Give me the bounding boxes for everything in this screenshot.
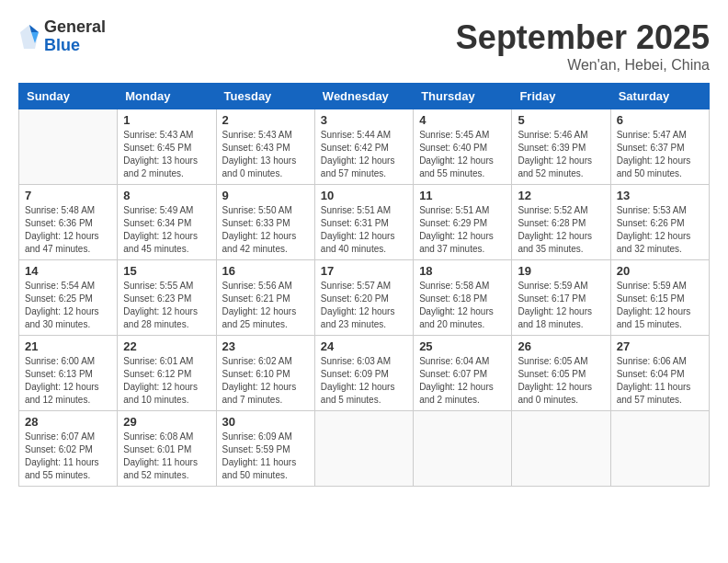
- day-number: 27: [617, 339, 703, 353]
- calendar-cell: 7Sunrise: 5:48 AM Sunset: 6:36 PM Daylig…: [19, 185, 118, 260]
- week-row-2: 7Sunrise: 5:48 AM Sunset: 6:36 PM Daylig…: [19, 185, 710, 260]
- week-row-4: 21Sunrise: 6:00 AM Sunset: 6:13 PM Dayli…: [19, 336, 710, 411]
- day-info: Sunrise: 6:08 AM Sunset: 6:01 PM Dayligh…: [123, 431, 210, 482]
- location: Wen'an, Hebei, China: [456, 57, 710, 74]
- day-info: Sunrise: 5:49 AM Sunset: 6:34 PM Dayligh…: [123, 204, 210, 256]
- calendar-cell: 27Sunrise: 6:06 AM Sunset: 6:04 PM Dayli…: [610, 336, 709, 411]
- calendar-cell: 21Sunrise: 6:00 AM Sunset: 6:13 PM Dayli…: [19, 336, 118, 411]
- day-info: Sunrise: 5:55 AM Sunset: 6:23 PM Dayligh…: [123, 280, 210, 331]
- day-number: 18: [419, 264, 506, 278]
- day-info: Sunrise: 6:06 AM Sunset: 6:04 PM Dayligh…: [617, 355, 703, 407]
- calendar-table: SundayMondayTuesdayWednesdayThursdayFrid…: [18, 83, 710, 487]
- day-number: 30: [222, 415, 309, 429]
- calendar-cell: 15Sunrise: 5:55 AM Sunset: 6:23 PM Dayli…: [118, 260, 216, 336]
- calendar-cell: 1Sunrise: 5:43 AM Sunset: 6:45 PM Daylig…: [118, 109, 216, 185]
- calendar-cell: 28Sunrise: 6:07 AM Sunset: 6:02 PM Dayli…: [19, 411, 118, 487]
- day-number: 17: [321, 264, 407, 278]
- weekday-header-tuesday: Tuesday: [216, 84, 314, 109]
- calendar-cell: 2Sunrise: 5:43 AM Sunset: 6:43 PM Daylig…: [216, 109, 314, 185]
- calendar-cell: 3Sunrise: 5:44 AM Sunset: 6:42 PM Daylig…: [314, 109, 413, 185]
- day-info: Sunrise: 5:53 AM Sunset: 6:26 PM Dayligh…: [617, 204, 703, 256]
- day-number: 14: [25, 264, 111, 278]
- week-row-1: 1Sunrise: 5:43 AM Sunset: 6:45 PM Daylig…: [19, 109, 710, 185]
- calendar-cell: [414, 411, 512, 487]
- day-info: Sunrise: 5:54 AM Sunset: 6:25 PM Dayligh…: [25, 280, 111, 331]
- calendar-cell: 18Sunrise: 5:58 AM Sunset: 6:18 PM Dayli…: [414, 260, 512, 336]
- day-number: 10: [321, 189, 407, 202]
- calendar-cell: 24Sunrise: 6:03 AM Sunset: 6:09 PM Dayli…: [314, 336, 413, 411]
- day-number: 25: [419, 339, 506, 353]
- logo-icon: [18, 23, 40, 51]
- day-number: 2: [222, 113, 309, 127]
- day-info: Sunrise: 5:56 AM Sunset: 6:21 PM Dayligh…: [222, 280, 309, 331]
- calendar-cell: [610, 411, 709, 487]
- calendar-cell: 29Sunrise: 6:08 AM Sunset: 6:01 PM Dayli…: [118, 411, 216, 487]
- day-number: 1: [123, 113, 210, 127]
- calendar-cell: 16Sunrise: 5:56 AM Sunset: 6:21 PM Dayli…: [216, 260, 314, 336]
- day-info: Sunrise: 5:58 AM Sunset: 6:18 PM Dayligh…: [419, 280, 506, 331]
- day-info: Sunrise: 5:51 AM Sunset: 6:29 PM Dayligh…: [419, 204, 506, 256]
- calendar-cell: [314, 411, 413, 487]
- day-info: Sunrise: 6:07 AM Sunset: 6:02 PM Dayligh…: [25, 431, 111, 482]
- day-info: Sunrise: 5:43 AM Sunset: 6:43 PM Dayligh…: [222, 129, 309, 180]
- day-number: 16: [222, 264, 309, 278]
- day-number: 24: [321, 339, 407, 353]
- logo-general: General: [44, 18, 106, 37]
- day-number: 15: [123, 264, 210, 278]
- calendar-cell: [19, 109, 118, 185]
- calendar-cell: 5Sunrise: 5:46 AM Sunset: 6:39 PM Daylig…: [512, 109, 610, 185]
- day-info: Sunrise: 6:01 AM Sunset: 6:12 PM Dayligh…: [123, 355, 210, 407]
- weekday-header-row: SundayMondayTuesdayWednesdayThursdayFrid…: [19, 84, 710, 109]
- page-header: General Blue September 2025 Wen'an, Hebe…: [18, 18, 710, 74]
- day-number: 6: [617, 113, 703, 127]
- title-block: September 2025 Wen'an, Hebei, China: [456, 18, 710, 74]
- weekday-header-saturday: Saturday: [610, 84, 709, 109]
- calendar-cell: 9Sunrise: 5:50 AM Sunset: 6:33 PM Daylig…: [216, 185, 314, 260]
- calendar-cell: 12Sunrise: 5:52 AM Sunset: 6:28 PM Dayli…: [512, 185, 610, 260]
- calendar-cell: 17Sunrise: 5:57 AM Sunset: 6:20 PM Dayli…: [314, 260, 413, 336]
- day-number: 3: [321, 113, 407, 127]
- weekday-header-monday: Monday: [118, 84, 216, 109]
- day-info: Sunrise: 6:05 AM Sunset: 6:05 PM Dayligh…: [518, 355, 604, 407]
- calendar-cell: 25Sunrise: 6:04 AM Sunset: 6:07 PM Dayli…: [414, 336, 512, 411]
- day-number: 22: [123, 339, 210, 353]
- day-number: 9: [222, 189, 309, 202]
- day-number: 26: [518, 339, 604, 353]
- calendar-cell: 20Sunrise: 5:59 AM Sunset: 6:15 PM Dayli…: [610, 260, 709, 336]
- calendar-cell: 4Sunrise: 5:45 AM Sunset: 6:40 PM Daylig…: [414, 109, 512, 185]
- day-info: Sunrise: 5:44 AM Sunset: 6:42 PM Dayligh…: [321, 129, 407, 180]
- day-number: 13: [617, 189, 703, 202]
- day-info: Sunrise: 5:43 AM Sunset: 6:45 PM Dayligh…: [123, 129, 210, 180]
- day-number: 12: [518, 189, 604, 202]
- week-row-3: 14Sunrise: 5:54 AM Sunset: 6:25 PM Dayli…: [19, 260, 710, 336]
- logo-blue: Blue: [44, 37, 106, 55]
- weekday-header-wednesday: Wednesday: [314, 84, 413, 109]
- weekday-header-sunday: Sunday: [19, 84, 118, 109]
- month-title: September 2025: [456, 18, 710, 57]
- day-number: 28: [25, 415, 111, 429]
- day-info: Sunrise: 6:00 AM Sunset: 6:13 PM Dayligh…: [25, 355, 111, 407]
- day-number: 29: [123, 415, 210, 429]
- calendar-cell: 8Sunrise: 5:49 AM Sunset: 6:34 PM Daylig…: [118, 185, 216, 260]
- calendar-cell: [512, 411, 610, 487]
- logo-text: General Blue: [44, 18, 106, 55]
- day-number: 7: [25, 189, 111, 202]
- calendar-cell: 13Sunrise: 5:53 AM Sunset: 6:26 PM Dayli…: [610, 185, 709, 260]
- logo: General Blue: [18, 18, 106, 55]
- weekday-header-friday: Friday: [512, 84, 610, 109]
- calendar-cell: 14Sunrise: 5:54 AM Sunset: 6:25 PM Dayli…: [19, 260, 118, 336]
- week-row-5: 28Sunrise: 6:07 AM Sunset: 6:02 PM Dayli…: [19, 411, 710, 487]
- calendar-cell: 10Sunrise: 5:51 AM Sunset: 6:31 PM Dayli…: [314, 185, 413, 260]
- day-info: Sunrise: 5:59 AM Sunset: 6:15 PM Dayligh…: [617, 280, 703, 331]
- day-number: 11: [419, 189, 506, 202]
- calendar-cell: 23Sunrise: 6:02 AM Sunset: 6:10 PM Dayli…: [216, 336, 314, 411]
- calendar-cell: 6Sunrise: 5:47 AM Sunset: 6:37 PM Daylig…: [610, 109, 709, 185]
- day-info: Sunrise: 5:57 AM Sunset: 6:20 PM Dayligh…: [321, 280, 407, 331]
- day-number: 21: [25, 339, 111, 353]
- day-info: Sunrise: 5:52 AM Sunset: 6:28 PM Dayligh…: [518, 204, 604, 256]
- day-info: Sunrise: 6:03 AM Sunset: 6:09 PM Dayligh…: [321, 355, 407, 407]
- weekday-header-thursday: Thursday: [414, 84, 512, 109]
- day-info: Sunrise: 5:51 AM Sunset: 6:31 PM Dayligh…: [321, 204, 407, 256]
- day-info: Sunrise: 5:48 AM Sunset: 6:36 PM Dayligh…: [25, 204, 111, 256]
- day-info: Sunrise: 5:45 AM Sunset: 6:40 PM Dayligh…: [419, 129, 506, 180]
